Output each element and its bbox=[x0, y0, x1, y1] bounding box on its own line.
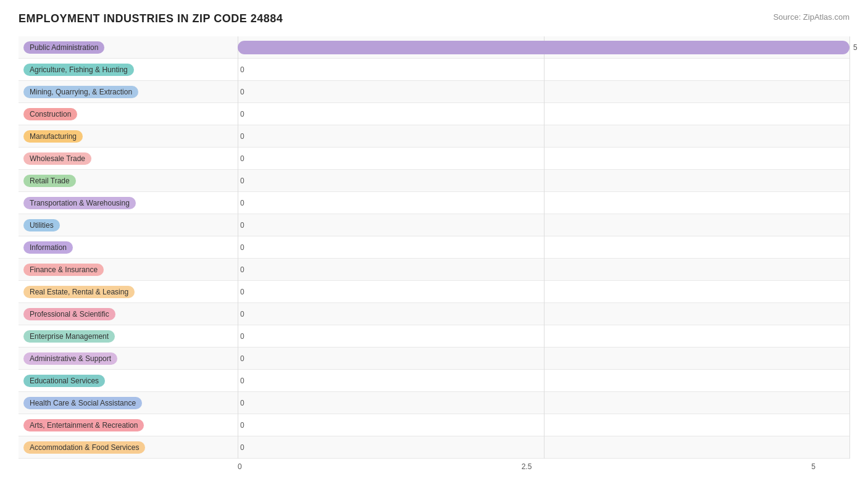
bar-area: 0 bbox=[238, 236, 849, 259]
bar-value: 0 bbox=[240, 421, 244, 430]
bar-fill bbox=[238, 41, 849, 54]
industry-label: Public Administration bbox=[23, 41, 104, 54]
bar-row: Agriculture, Fishing & Hunting0 bbox=[19, 59, 849, 81]
bar-area: 0 bbox=[238, 370, 849, 392]
label-area: Administrative & Support bbox=[19, 352, 238, 365]
label-area: Arts, Entertainment & Recreation bbox=[19, 419, 238, 431]
industry-label: Accommodation & Food Services bbox=[23, 441, 145, 454]
bar-area: 0 bbox=[238, 59, 849, 81]
industry-label: Mining, Quarrying, & Extraction bbox=[23, 86, 138, 98]
industry-label: Enterprise Management bbox=[23, 330, 115, 343]
label-area: Public Administration bbox=[19, 41, 238, 54]
industry-label: Wholesale Trade bbox=[23, 152, 91, 165]
industry-label: Utilities bbox=[23, 219, 60, 231]
industry-label: Health Care & Social Assistance bbox=[23, 397, 142, 409]
industry-label: Retail Trade bbox=[23, 175, 76, 187]
bar-value: 0 bbox=[240, 88, 244, 96]
industry-label: Finance & Insurance bbox=[23, 264, 104, 276]
bar-value: 0 bbox=[240, 154, 244, 163]
label-area: Information bbox=[19, 241, 238, 254]
bar-area: 0 bbox=[238, 214, 849, 236]
bar-row: Finance & Insurance0 bbox=[19, 259, 849, 281]
bar-area: 0 bbox=[238, 259, 849, 281]
industry-label: Arts, Entertainment & Recreation bbox=[23, 419, 144, 431]
bar-area: 0 bbox=[238, 103, 849, 125]
bar-value: 0 bbox=[240, 243, 244, 252]
bar-value: 0 bbox=[240, 443, 244, 452]
bar-value: 0 bbox=[240, 132, 244, 141]
bar-area: 0 bbox=[238, 281, 849, 303]
bar-row: Public Administration5 bbox=[19, 36, 849, 59]
label-area: Agriculture, Fishing & Hunting bbox=[19, 64, 238, 76]
bar-value: 0 bbox=[240, 288, 244, 296]
bar-value: 0 bbox=[240, 221, 244, 230]
industry-label: Transportation & Warehousing bbox=[23, 197, 136, 209]
bar-value: 0 bbox=[240, 332, 244, 341]
bar-area: 0 bbox=[238, 170, 849, 192]
bar-row: Health Care & Social Assistance0 bbox=[19, 392, 849, 414]
industry-label: Educational Services bbox=[23, 375, 105, 387]
bar-area: 0 bbox=[238, 414, 849, 436]
bar-row: Real Estate, Rental & Leasing0 bbox=[19, 281, 849, 303]
bar-value: 0 bbox=[240, 399, 244, 407]
x-axis-label: 2.5 bbox=[522, 462, 532, 471]
bar-row: Utilities0 bbox=[19, 214, 849, 236]
label-area: Real Estate, Rental & Leasing bbox=[19, 286, 238, 298]
x-axis: 02.55 bbox=[19, 462, 849, 471]
bar-area: 0 bbox=[238, 392, 849, 414]
bar-area: 0 bbox=[238, 148, 849, 170]
industry-label: Administrative & Support bbox=[23, 352, 117, 365]
bar-value: 0 bbox=[240, 65, 244, 74]
bar-row: Mining, Quarrying, & Extraction0 bbox=[19, 81, 849, 103]
label-area: Professional & Scientific bbox=[19, 308, 238, 320]
label-area: Educational Services bbox=[19, 375, 238, 387]
label-area: Utilities bbox=[19, 219, 238, 231]
x-axis-label: 0 bbox=[238, 462, 242, 471]
chart-source: Source: ZipAtlas.com bbox=[773, 12, 849, 22]
bar-area: 5 bbox=[238, 36, 849, 59]
bar-row: Enterprise Management0 bbox=[19, 325, 849, 348]
bar-value: 5 bbox=[853, 43, 858, 52]
bar-value: 0 bbox=[240, 265, 244, 274]
industry-label: Agriculture, Fishing & Hunting bbox=[23, 64, 134, 76]
bar-value: 0 bbox=[240, 110, 244, 119]
bar-row: Wholesale Trade0 bbox=[19, 148, 849, 170]
bar-row: Transportation & Warehousing0 bbox=[19, 192, 849, 214]
bar-value: 0 bbox=[240, 354, 244, 363]
industry-label: Manufacturing bbox=[23, 130, 83, 143]
x-axis-label: 5 bbox=[811, 462, 816, 471]
chart-header: EMPLOYMENT INDUSTRIES IN ZIP CODE 24884 … bbox=[19, 12, 849, 25]
industry-label: Professional & Scientific bbox=[23, 308, 115, 320]
bar-area: 0 bbox=[238, 325, 849, 348]
bar-area: 0 bbox=[238, 192, 849, 214]
label-area: Health Care & Social Assistance bbox=[19, 397, 238, 409]
bar-row: Professional & Scientific0 bbox=[19, 303, 849, 325]
bar-row: Administrative & Support0 bbox=[19, 348, 849, 370]
bar-area: 0 bbox=[238, 125, 849, 148]
bar-value: 0 bbox=[240, 310, 244, 319]
bar-row: Manufacturing0 bbox=[19, 125, 849, 148]
bar-row: Construction0 bbox=[19, 103, 849, 125]
bar-area: 0 bbox=[238, 348, 849, 370]
label-area: Accommodation & Food Services bbox=[19, 441, 238, 454]
industry-label: Information bbox=[23, 241, 73, 254]
chart-title: EMPLOYMENT INDUSTRIES IN ZIP CODE 24884 bbox=[19, 12, 283, 25]
bar-area: 0 bbox=[238, 436, 849, 459]
bar-row: Educational Services0 bbox=[19, 370, 849, 392]
industry-label: Construction bbox=[23, 108, 77, 120]
bar-row: Accommodation & Food Services0 bbox=[19, 436, 849, 459]
bar-row: Arts, Entertainment & Recreation0 bbox=[19, 414, 849, 436]
label-area: Manufacturing bbox=[19, 130, 238, 143]
bar-area: 0 bbox=[238, 81, 849, 103]
bar-area: 0 bbox=[238, 303, 849, 325]
bar-row: Information0 bbox=[19, 236, 849, 259]
label-area: Mining, Quarrying, & Extraction bbox=[19, 86, 238, 98]
label-area: Enterprise Management bbox=[19, 330, 238, 343]
label-area: Retail Trade bbox=[19, 175, 238, 187]
bar-value: 0 bbox=[240, 377, 244, 385]
chart-body: Public Administration5Agriculture, Fishi… bbox=[19, 36, 849, 459]
industry-label: Real Estate, Rental & Leasing bbox=[23, 286, 135, 298]
label-area: Transportation & Warehousing bbox=[19, 197, 238, 209]
bar-value: 0 bbox=[240, 199, 244, 207]
label-area: Finance & Insurance bbox=[19, 264, 238, 276]
